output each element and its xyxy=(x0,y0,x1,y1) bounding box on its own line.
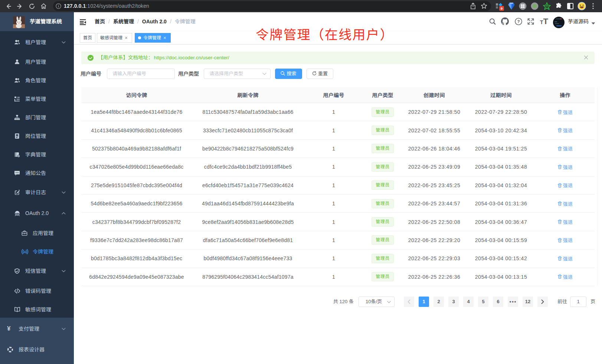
svg-text:?: ? xyxy=(517,19,520,24)
svg-text:a: a xyxy=(24,250,26,254)
